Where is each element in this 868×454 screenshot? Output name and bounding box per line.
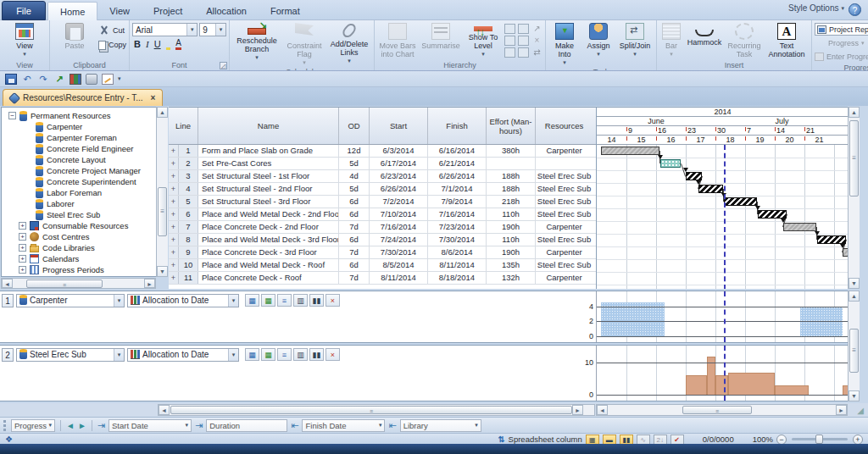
cell-finish[interactable]: 6/21/2014 xyxy=(428,158,487,169)
expand-icon[interactable]: + xyxy=(19,255,26,263)
save-graph-icon[interactable]: ▦ xyxy=(245,348,259,361)
remove-level-icon[interactable]: × xyxy=(531,36,542,46)
scroll-right-icon[interactable]: ► xyxy=(836,405,847,415)
cell-resources[interactable]: Steel Erec Sub xyxy=(536,196,593,208)
cell-resources[interactable]: Steel Erec Sub xyxy=(536,183,593,195)
promote-icon[interactable] xyxy=(504,47,515,58)
tree-item-resource[interactable]: Concrete Superintendent xyxy=(2,176,167,187)
cell-effort[interactable]: 190h xyxy=(487,221,536,233)
table-row[interactable]: + 7 Place Concrete Deck - 2nd Floor 7d 7… xyxy=(169,221,596,234)
cell-effort[interactable]: 110h xyxy=(487,234,536,246)
gantt-bar[interactable] xyxy=(686,172,702,180)
cell-od[interactable]: 7d xyxy=(339,246,370,258)
cell-start[interactable]: 7/24/2014 xyxy=(370,234,428,246)
framed-chart-icon[interactable]: ▥ xyxy=(293,294,308,307)
ribbon-tab[interactable]: Allocation xyxy=(194,2,259,20)
cell-od[interactable]: 5d xyxy=(339,183,370,195)
gantt-bar[interactable] xyxy=(660,159,681,168)
cell-effort[interactable]: 380h xyxy=(487,145,536,157)
cell-line[interactable]: 8 xyxy=(179,234,198,246)
table-row[interactable]: + 5 Set Structural Steel - 3rd Floor 6d … xyxy=(169,196,596,208)
column-header-name[interactable]: Name xyxy=(198,108,339,144)
gantt-bar[interactable] xyxy=(698,185,723,193)
scroll-up-icon[interactable]: ▲ xyxy=(157,107,168,118)
cell-finish[interactable]: 8/6/2014 xyxy=(428,246,487,258)
progress-check-icon[interactable]: ✔ xyxy=(670,435,684,445)
cell-effort[interactable]: 188h xyxy=(487,170,536,182)
tree-item-category[interactable]: + WBS xyxy=(2,275,167,277)
gantt-bar[interactable] xyxy=(758,210,787,219)
cell-line[interactable]: 6 xyxy=(179,208,198,220)
sort-icon[interactable]: ⇅ xyxy=(498,435,505,444)
bar-view-toggle-icon[interactable]: ▬ xyxy=(603,435,616,445)
duration-field[interactable]: Duration xyxy=(206,419,287,432)
collapse-all-icon[interactable] xyxy=(518,36,529,46)
cell-resources[interactable]: Steel Erec Sub xyxy=(536,170,593,182)
cell-start[interactable]: 6/23/2014 xyxy=(370,170,428,182)
print-icon[interactable] xyxy=(86,74,97,85)
cell-start[interactable]: 6/17/2014 xyxy=(370,158,428,169)
font-family-select[interactable]: Arial▾ xyxy=(132,23,198,36)
save-icon[interactable] xyxy=(5,74,17,85)
cell-resources[interactable]: Steel Erec Sub xyxy=(536,259,593,271)
cell-resources[interactable]: Steel Erec Sub xyxy=(536,234,593,246)
cell-name[interactable]: Set Structural Steel - 1st Floor xyxy=(198,170,339,182)
progress-field-select[interactable]: Progress▾ xyxy=(11,419,55,432)
graph-properties-icon[interactable]: ▦ xyxy=(261,348,275,361)
tree-item-category[interactable]: + Consumable Resources xyxy=(2,220,167,231)
gantt-bar[interactable] xyxy=(783,223,816,231)
table-row[interactable]: + 3 Set Structural Steel - 1st Floor 4d … xyxy=(169,170,596,183)
cell-name[interactable]: Place Concrete Deck - 3rd Floor xyxy=(198,246,339,258)
view-button[interactable]: View ▾ xyxy=(3,22,47,58)
gantt-vertical-scrollbar[interactable]: ▲ ≡ ▼ xyxy=(848,107,860,289)
scrollbar-thumb[interactable]: ≡ xyxy=(849,329,859,373)
tree-item-category[interactable]: + Cost Centres xyxy=(2,231,167,242)
cell-finish[interactable]: 8/18/2014 xyxy=(428,272,487,284)
underline-button[interactable]: U xyxy=(154,39,161,49)
bar-chart-icon[interactable]: ▮▮ xyxy=(309,294,324,307)
cell-od[interactable]: 6d xyxy=(339,208,370,220)
cell-line[interactable]: 7 xyxy=(179,221,198,233)
tree-item-resource[interactable]: Carpenter xyxy=(2,121,167,132)
cell-od[interactable]: 6d xyxy=(339,196,370,208)
resize-grip-icon[interactable]: ◢ xyxy=(854,405,866,416)
insert-bar-button[interactable]: Bar▾ xyxy=(659,22,683,58)
cell-name[interactable]: Set Structural Steel - 3rd Floor xyxy=(198,196,339,208)
cell-resources[interactable] xyxy=(536,158,593,169)
scrollbar-thumb[interactable]: ≡ xyxy=(170,406,572,414)
drag-finish-icon[interactable]: ⇤ xyxy=(291,420,298,431)
column-header-od[interactable]: OD xyxy=(339,108,370,144)
expand-icon[interactable]: + xyxy=(19,244,26,252)
gantt-body[interactable] xyxy=(597,145,848,289)
tree-horizontal-scrollbar[interactable]: ◄ ≡ ► xyxy=(1,278,156,289)
cell-name[interactable]: Place and Weld Metal Deck - 3rd Floor xyxy=(198,234,339,246)
gantt-bar[interactable] xyxy=(724,197,757,206)
zoom-slider-thumb[interactable] xyxy=(815,435,823,444)
cell-line[interactable]: 9 xyxy=(179,246,198,258)
cell-od[interactable]: 12d xyxy=(339,145,370,157)
font-color-button[interactable]: A xyxy=(175,38,181,50)
drag-start-icon[interactable]: ⇥ xyxy=(97,420,105,431)
make-into-button[interactable]: Make Into▾ xyxy=(548,22,581,67)
library-icon[interactable] xyxy=(70,74,81,85)
table-view-toggle-icon[interactable]: ▦ xyxy=(586,435,599,445)
scrollbar-thumb[interactable]: ≡ xyxy=(682,406,752,414)
cell-start[interactable]: 8/5/2014 xyxy=(370,259,428,271)
cell-od[interactable]: 7d xyxy=(339,272,370,284)
tree-item-category[interactable]: + Calendars xyxy=(2,253,167,264)
dialog-launcher-icon[interactable]: ◿ xyxy=(220,62,227,69)
cell-start[interactable]: 8/11/2014 xyxy=(370,272,428,284)
table-row[interactable]: + 9 Place Concrete Deck - 3rd Floor 7d 7… xyxy=(169,246,596,259)
cell-effort[interactable]: 110h xyxy=(487,208,536,220)
tree-item-resource[interactable]: Labor Foreman xyxy=(2,187,167,198)
column-header-finish[interactable]: Finish xyxy=(428,108,487,144)
drag-duration-icon[interactable]: ⇥ xyxy=(195,420,203,431)
show-to-level-button[interactable]: Show To Level▾ xyxy=(464,22,503,58)
graph-properties-icon[interactable]: ▦ xyxy=(261,294,275,307)
cell-od[interactable]: 4d xyxy=(339,170,370,182)
cell-line[interactable]: 3 xyxy=(179,170,198,182)
table-row[interactable]: + 4 Set Structural Steel - 2nd Floor 5d … xyxy=(169,183,596,196)
bold-button[interactable]: B xyxy=(134,39,141,49)
demote-icon[interactable] xyxy=(518,47,529,58)
tree-item-resource[interactable]: Steel Erec Sub xyxy=(2,209,167,220)
